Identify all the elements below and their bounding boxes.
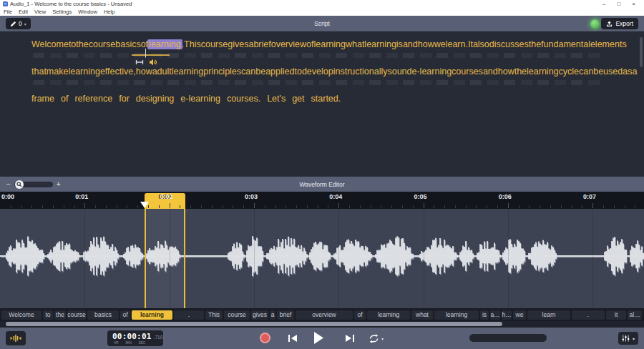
script-word[interactable]: courses xyxy=(452,67,483,77)
script-word[interactable]: can xyxy=(241,67,255,77)
word-chip[interactable]: is xyxy=(480,310,489,320)
script-word[interactable]: learning. xyxy=(148,39,184,50)
menu-window[interactable]: Window xyxy=(78,9,97,15)
word-chip[interactable]: Welcome xyxy=(1,310,42,320)
word-chip[interactable]: what xyxy=(411,310,433,320)
word-chip[interactable]: It xyxy=(606,310,626,320)
close-button[interactable]: × xyxy=(632,1,635,7)
script-word[interactable]: of xyxy=(61,94,68,104)
word-chip[interactable]: brief xyxy=(277,310,294,320)
word-chip[interactable]: basics xyxy=(87,310,119,320)
script-word[interactable]: reference xyxy=(74,94,112,104)
word-chip[interactable]: . xyxy=(174,310,204,320)
script-word[interactable]: effective, xyxy=(100,67,136,77)
script-word[interactable]: to xyxy=(294,67,301,77)
word-chip[interactable]: overview xyxy=(296,310,353,320)
script-word[interactable]: course xyxy=(89,39,116,50)
scrollbar-thumb[interactable] xyxy=(6,322,502,326)
word-chip[interactable]: al… xyxy=(628,310,642,320)
script-word[interactable]: learning xyxy=(527,67,558,77)
export-button[interactable]: Export xyxy=(601,18,638,29)
script-word[interactable]: the xyxy=(514,67,527,77)
menu-view[interactable]: View xyxy=(34,9,46,15)
word-chip[interactable]: gives xyxy=(251,310,268,320)
word-chip[interactable]: course xyxy=(67,310,86,320)
word-chip[interactable]: course xyxy=(224,310,250,320)
script-word[interactable]: courses. xyxy=(227,94,260,104)
play-word-button[interactable] xyxy=(147,57,160,67)
script-word[interactable]: how xyxy=(498,67,514,77)
script-word[interactable]: to xyxy=(69,39,76,50)
script-word[interactable]: cycle xyxy=(559,67,579,77)
mixer-button[interactable]: ▾ xyxy=(618,332,638,345)
script-word[interactable]: discusses xyxy=(489,39,529,50)
script-word[interactable]: Welcome xyxy=(31,39,69,50)
script-word[interactable]: how xyxy=(418,39,434,50)
waveform-selection[interactable] xyxy=(145,209,185,308)
word-chip-selected[interactable]: learning xyxy=(132,310,172,320)
script-word[interactable]: the xyxy=(529,39,541,50)
script-word[interactable]: brief xyxy=(253,39,270,50)
word-chip[interactable]: of xyxy=(354,310,366,320)
script-word[interactable]: started. xyxy=(311,94,341,104)
script-word[interactable]: what xyxy=(346,39,364,50)
script-word[interactable]: a xyxy=(632,67,637,77)
record-button[interactable] xyxy=(260,333,270,343)
word-chip[interactable]: learning xyxy=(434,310,479,320)
word-chip[interactable]: h… xyxy=(502,310,512,320)
script-word[interactable]: This xyxy=(184,39,201,50)
script-word[interactable]: sound xyxy=(387,67,411,77)
timecode-display[interactable]: 00:00:01 .710 HR MIN SEC xyxy=(107,330,163,346)
timeline-ruler[interactable]: 0:02 0:000:010:020:030:040:050:060:07 xyxy=(0,192,644,209)
script-word[interactable]: gives xyxy=(228,39,248,50)
maximize-button[interactable]: □ xyxy=(617,1,620,7)
word-chip[interactable]: of xyxy=(120,310,130,320)
script-word[interactable]: learning xyxy=(68,67,99,77)
script-word[interactable]: used xyxy=(603,67,623,77)
script-word[interactable]: how xyxy=(136,67,152,77)
script-word[interactable]: that xyxy=(31,67,47,77)
script-word[interactable]: we xyxy=(434,39,446,50)
word-chip[interactable]: . xyxy=(572,310,605,320)
script-word[interactable]: get xyxy=(292,94,304,104)
skip-back-button[interactable] xyxy=(288,334,298,343)
script-word[interactable]: make xyxy=(47,67,69,77)
script-word[interactable]: learning xyxy=(172,67,203,77)
script-word[interactable]: learning xyxy=(364,39,396,50)
script-word[interactable]: be xyxy=(593,67,603,77)
script-word[interactable]: course xyxy=(201,39,228,50)
word-chip[interactable]: learn xyxy=(527,310,570,320)
script-word[interactable]: learn. xyxy=(446,39,468,50)
script-word[interactable]: designing xyxy=(136,94,175,104)
script-word[interactable]: e-learning xyxy=(412,67,452,77)
script-scrollbar[interactable] xyxy=(640,37,643,67)
waveform-fit-button[interactable] xyxy=(6,331,26,345)
script-word[interactable]: and xyxy=(403,39,418,50)
script-word[interactable]: can xyxy=(579,67,593,77)
script-word[interactable]: is xyxy=(396,39,403,50)
script-word[interactable]: basics xyxy=(115,39,140,50)
script-word[interactable]: the xyxy=(76,39,88,50)
play-button[interactable] xyxy=(313,332,324,344)
menu-settings[interactable]: Settings xyxy=(52,9,72,15)
horizontal-scrollbar[interactable] xyxy=(0,321,644,328)
script-word[interactable]: adult xyxy=(152,67,172,77)
script-word[interactable]: as xyxy=(623,67,632,77)
menu-edit[interactable]: Edit xyxy=(19,9,28,15)
word-chip[interactable]: learning xyxy=(367,310,410,320)
script-word[interactable]: fundamental xyxy=(541,39,590,50)
script-word[interactable]: principles xyxy=(203,67,241,77)
script-word[interactable]: instructionally xyxy=(333,67,388,77)
waveform-canvas[interactable] xyxy=(0,209,644,308)
transcript-pane[interactable]: Welcometothecoursebasicsoflearning.Thisc… xyxy=(0,31,644,177)
minimize-button[interactable]: – xyxy=(602,1,605,7)
script-word[interactable]: be xyxy=(255,67,265,77)
word-chip[interactable]: to xyxy=(43,310,53,320)
script-word[interactable]: overview xyxy=(271,39,306,50)
word-chip[interactable]: a… xyxy=(490,310,500,320)
script-word[interactable]: It xyxy=(468,39,473,50)
script-word[interactable]: also xyxy=(473,39,489,50)
menu-help[interactable]: Help xyxy=(104,9,114,15)
script-word[interactable]: applied xyxy=(265,67,294,77)
script-word[interactable]: e-learning xyxy=(180,94,220,104)
